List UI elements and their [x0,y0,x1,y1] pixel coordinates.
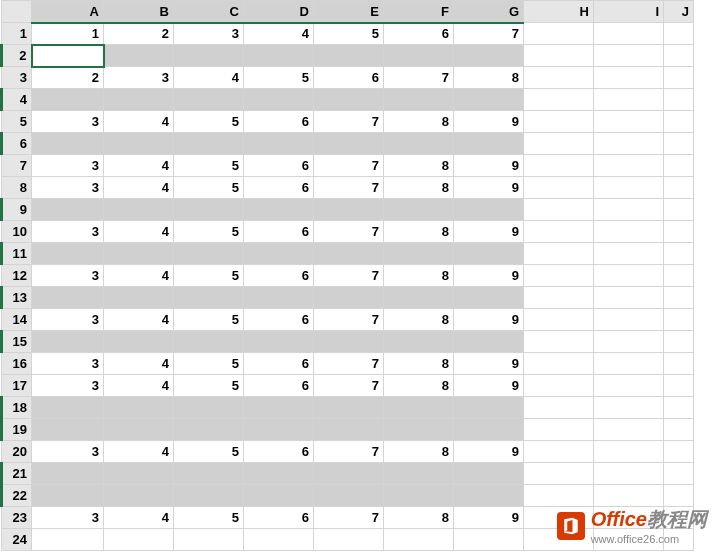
cell-G10[interactable]: 9 [454,221,524,243]
cell-F12[interactable]: 8 [384,265,454,287]
cell-E18[interactable] [314,397,384,419]
col-header-H[interactable]: H [524,1,594,23]
cell-D1[interactable]: 4 [244,23,314,45]
cell-B24[interactable] [104,529,174,551]
cell-C9[interactable] [174,199,244,221]
row-header-23[interactable]: 23 [2,507,32,529]
cell-A24[interactable] [32,529,104,551]
cell-E11[interactable] [314,243,384,265]
cell-I17[interactable] [594,375,664,397]
cell-F23[interactable]: 8 [384,507,454,529]
cell-J5[interactable] [664,111,694,133]
cell-C18[interactable] [174,397,244,419]
cell-I16[interactable] [594,353,664,375]
cell-A14[interactable]: 3 [32,309,104,331]
cell-C24[interactable] [174,529,244,551]
cell-A17[interactable]: 3 [32,375,104,397]
cell-D16[interactable]: 6 [244,353,314,375]
cell-B23[interactable]: 4 [104,507,174,529]
cell-C10[interactable]: 5 [174,221,244,243]
cell-I9[interactable] [594,199,664,221]
cell-B21[interactable] [104,463,174,485]
cell-H16[interactable] [524,353,594,375]
cell-G14[interactable]: 9 [454,309,524,331]
cell-D22[interactable] [244,485,314,507]
cell-H7[interactable] [524,155,594,177]
cell-F3[interactable]: 7 [384,67,454,89]
row-header-15[interactable]: 15 [2,331,32,353]
col-header-F[interactable]: F [384,1,454,23]
cell-I10[interactable] [594,221,664,243]
cell-J19[interactable] [664,419,694,441]
cell-A19[interactable] [32,419,104,441]
cell-J7[interactable] [664,155,694,177]
cell-J13[interactable] [664,287,694,309]
cell-H1[interactable] [524,23,594,45]
col-header-A[interactable]: A [32,1,104,23]
cell-D5[interactable]: 6 [244,111,314,133]
cell-J24[interactable] [664,529,694,551]
cell-J10[interactable] [664,221,694,243]
cell-G2[interactable] [454,45,524,67]
cell-A10[interactable]: 3 [32,221,104,243]
cell-G5[interactable]: 9 [454,111,524,133]
cell-F9[interactable] [384,199,454,221]
cell-D11[interactable] [244,243,314,265]
cell-J18[interactable] [664,397,694,419]
row-header-12[interactable]: 12 [2,265,32,287]
cell-G21[interactable] [454,463,524,485]
cell-G15[interactable] [454,331,524,353]
cell-I12[interactable] [594,265,664,287]
cell-G23[interactable]: 9 [454,507,524,529]
cell-A5[interactable]: 3 [32,111,104,133]
cell-B5[interactable]: 4 [104,111,174,133]
cell-I24[interactable] [594,529,664,551]
row-header-16[interactable]: 16 [2,353,32,375]
cell-D23[interactable]: 6 [244,507,314,529]
cell-E24[interactable] [314,529,384,551]
cell-B15[interactable] [104,331,174,353]
cell-F7[interactable]: 8 [384,155,454,177]
cell-B18[interactable] [104,397,174,419]
cell-H6[interactable] [524,133,594,155]
cell-H20[interactable] [524,441,594,463]
cell-B17[interactable]: 4 [104,375,174,397]
cell-G19[interactable] [454,419,524,441]
cell-A11[interactable] [32,243,104,265]
cell-H22[interactable] [524,485,594,507]
row-header-10[interactable]: 10 [2,221,32,243]
cell-J3[interactable] [664,67,694,89]
cell-C14[interactable]: 5 [174,309,244,331]
cell-H18[interactable] [524,397,594,419]
row-header-1[interactable]: 1 [2,23,32,45]
cell-F8[interactable]: 8 [384,177,454,199]
cell-E1[interactable]: 5 [314,23,384,45]
cell-E22[interactable] [314,485,384,507]
cell-F5[interactable]: 8 [384,111,454,133]
cell-H13[interactable] [524,287,594,309]
cell-E9[interactable] [314,199,384,221]
cell-A3[interactable]: 2 [32,67,104,89]
cell-C21[interactable] [174,463,244,485]
cell-E15[interactable] [314,331,384,353]
cell-H21[interactable] [524,463,594,485]
cell-A16[interactable]: 3 [32,353,104,375]
cell-C1[interactable]: 3 [174,23,244,45]
cell-B3[interactable]: 3 [104,67,174,89]
cell-G24[interactable] [454,529,524,551]
cell-H5[interactable] [524,111,594,133]
cell-C11[interactable] [174,243,244,265]
cell-B2[interactable] [104,45,174,67]
col-header-C[interactable]: C [174,1,244,23]
cell-C17[interactable]: 5 [174,375,244,397]
cell-J16[interactable] [664,353,694,375]
cell-D8[interactable]: 6 [244,177,314,199]
cell-E21[interactable] [314,463,384,485]
cell-J14[interactable] [664,309,694,331]
cell-G18[interactable] [454,397,524,419]
cell-A20[interactable]: 3 [32,441,104,463]
cell-E23[interactable]: 7 [314,507,384,529]
cell-C6[interactable] [174,133,244,155]
cell-B9[interactable] [104,199,174,221]
cell-A1[interactable]: 1 [32,23,104,45]
